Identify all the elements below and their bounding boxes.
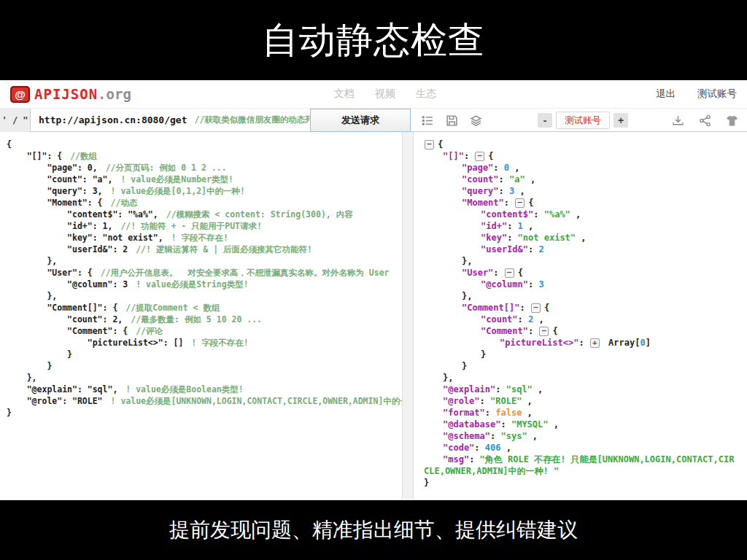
response-line: "count": "a" , (424, 174, 737, 185)
increase-account-button[interactable]: + (614, 113, 628, 128)
response-line: "[]": −{ (424, 150, 737, 162)
response-line: "Moment": −{ (424, 197, 737, 209)
code-line: } (7, 360, 402, 372)
download-icon[interactable] (672, 114, 684, 127)
code-line: { (7, 139, 402, 150)
inline-annotation: //用户公开信息表。 对安全要求高，不想泄漏真实名称。对外名称为 User (101, 268, 390, 278)
code-line: "key": "not exist",! 字段不存在! (7, 232, 402, 244)
inline-annotation: ! 字段不存在! (171, 233, 228, 243)
inline-annotation: ! value必须是Number类型! (120, 174, 233, 184)
editor-scrollbar[interactable] (402, 132, 414, 499)
response-toolbar: - 测试账号 + (413, 109, 747, 132)
collapse-icon[interactable]: − (531, 303, 541, 313)
response-line: "@schema": "sys" , (424, 430, 737, 442)
brand-name[interactable]: APIJSON (34, 86, 98, 102)
response-line: "query": 3 , (424, 185, 737, 197)
code-line: } (7, 349, 402, 360)
response-line: "User": −{ (424, 267, 737, 279)
slide-caption-band: 提前发现问题、精准指出细节、提供纠错建议 (0, 500, 747, 560)
response-line: "format": false , (424, 407, 737, 419)
collapse-icon[interactable]: − (425, 140, 434, 149)
code-line: "userId&": 2//! 逻辑运算符 & | 后面必须接其它功能符! (7, 244, 402, 255)
quote-toggle-button[interactable]: ' / " (0, 109, 31, 132)
code-line: }, (7, 290, 402, 302)
request-url-input[interactable]: http://apijson.cn:8080/get (39, 114, 187, 125)
code-line: "[]": {//数组 (7, 150, 402, 162)
code-line: "@column": 3! value必须是String类型! (7, 279, 402, 290)
code-line: "@explain": "sql",! value必须是Boolean类型! (7, 384, 402, 395)
inline-annotation: //! 逻辑运算符 & | 后面必须接其它功能符! (136, 244, 312, 254)
code-line: "id+": 1,//! 功能符 + - 只能用于PUT请求! (7, 220, 402, 232)
response-line: "msg": "角色 ROLE 不存在! 只能是[UNKNOWN,LOGIN,C… (424, 454, 737, 477)
split-panels: { "[]": {//数组 "page": 0,//分页页码: 例如 0 1 2… (0, 132, 747, 499)
collapse-icon[interactable]: − (475, 152, 484, 161)
inline-annotation: ! value必须是Boolean类型! (125, 384, 243, 394)
collapse-icon[interactable]: − (505, 268, 514, 278)
inline-annotation: //最多数量: 例如 5 10 20 ... (131, 314, 262, 324)
response-line: −{ (424, 139, 737, 150)
test-account-button[interactable]: 测试账号 (556, 112, 610, 129)
code-line: "page": 0,//分页页码: 例如 0 1 2 ... (7, 162, 402, 174)
share-icon[interactable] (699, 114, 711, 127)
code-line: } (7, 407, 402, 419)
account-switcher: - 测试账号 + (538, 112, 628, 129)
response-line: "Comment": −{ (424, 325, 737, 337)
response-line: } (424, 360, 737, 372)
response-actions (657, 114, 738, 127)
response-line: }, (424, 255, 737, 267)
response-line: "pictureList<>": + Array[0] (424, 337, 737, 349)
account-links: 退出 测试账号 (656, 88, 737, 101)
inline-annotation: //动态 (111, 198, 138, 208)
tune-icon[interactable] (422, 114, 434, 127)
response-viewer: −{"[]": −{"page": 0 ,"count": "a" ,"quer… (414, 132, 747, 499)
theme-icon[interactable] (726, 114, 738, 127)
inline-annotation: //数组 (70, 151, 97, 161)
inline-annotation: ! value必须是[0,1,2]中的一种! (111, 186, 245, 196)
response-line: "@column": 3 (424, 279, 737, 290)
nav-video[interactable]: 视频 (375, 88, 395, 101)
apijson-logo-icon[interactable]: @ (10, 86, 30, 103)
inline-annotation: //评论 (136, 326, 163, 336)
response-line: "@database": "MYSQL" , (424, 419, 737, 430)
response-line: }, (424, 372, 737, 384)
app-header: @ APIJSON .org 文档 视频 生态 退出 测试账号 (0, 80, 747, 108)
response-line: } (424, 349, 737, 360)
response-line: "@role": "ROLE" , (424, 395, 737, 407)
inline-annotation: ! 字段不存在! (191, 338, 248, 348)
account-name[interactable]: 测试账号 (697, 88, 737, 101)
response-line: }, (424, 290, 737, 302)
code-line: "User": {//用户公开信息表。 对安全要求高，不想泄漏真实名称。对外名称… (7, 267, 402, 279)
request-editor[interactable]: { "[]": {//数组 "page": 0,//分页页码: 例如 0 1 2… (0, 132, 402, 499)
code-line: "count": 2,//最多数量: 例如 5 10 20 ... (7, 314, 402, 325)
expand-icon[interactable]: + (590, 338, 600, 348)
send-request-button[interactable]: 发送请求 (310, 109, 411, 132)
top-nav: 文档 视频 生态 (334, 88, 436, 101)
inline-annotation: //提取Comment < 数组 (125, 303, 220, 313)
response-line: "Comment[]": −{ (424, 302, 737, 314)
inline-annotation: //模糊搜索 < content: String(300), 内容 (166, 209, 353, 219)
code-line: "content$": "%a%",//模糊搜索 < content: Stri… (7, 209, 402, 220)
code-line: "Comment": {//评论 (7, 325, 402, 337)
collapse-icon[interactable]: − (515, 198, 525, 208)
response-line: "id+": 1 , (424, 220, 737, 232)
code-line: }, (7, 255, 402, 267)
slide-caption: 提前发现问题、精准指出细节、提供纠错建议 (169, 516, 578, 544)
request-toolbar: ' / " http://apijson.cn:8080/get //获取类似微… (0, 108, 747, 132)
response-line: "code": 406 , (424, 442, 737, 454)
page-title: 自动静态检查 (262, 16, 485, 65)
response-line: "count": 2 , (424, 314, 737, 325)
code-line: "pictureList<>": []! 字段不存在! (7, 337, 402, 349)
brand-suffix: .org (98, 86, 131, 102)
slide-title-band: 自动静态检查 (0, 0, 747, 80)
code-line: "@role": "ROLE"! value必须是[UNKNOWN,LOGIN,… (7, 395, 402, 407)
decrease-account-button[interactable]: - (538, 113, 552, 128)
save-icon[interactable] (446, 114, 458, 127)
layers-icon[interactable] (470, 114, 482, 127)
nav-docs[interactable]: 文档 (334, 88, 355, 101)
response-line: "@explain": "sql" , (424, 384, 737, 395)
nav-ecosystem[interactable]: 生态 (416, 88, 436, 101)
app-window: @ APIJSON .org 文档 视频 生态 退出 测试账号 ' / " ht… (0, 80, 747, 500)
collapse-icon[interactable]: − (539, 327, 549, 336)
inline-annotation: //分页页码: 例如 0 1 2 ... (106, 163, 227, 173)
logout-link[interactable]: 退出 (656, 88, 676, 101)
